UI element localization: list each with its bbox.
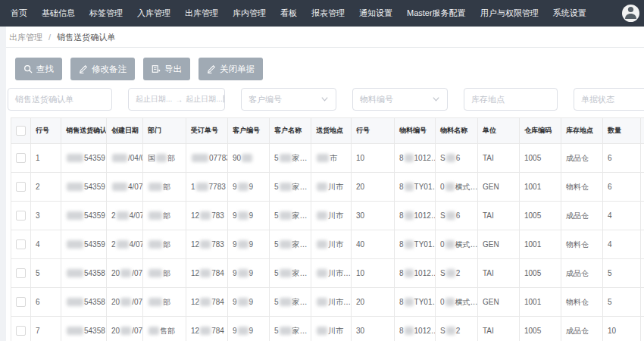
toolbar-button-1[interactable]: 查找 <box>15 58 62 80</box>
redacted-blur <box>280 269 292 277</box>
cell: 90 <box>228 144 270 173</box>
nav-item-3[interactable]: 标签管理 <box>89 8 123 19</box>
cell: 24/07 … <box>107 230 143 259</box>
nav-item-9[interactable]: 通知设置 <box>359 8 392 19</box>
toolbar-button-4[interactable]: 关闭单据 <box>199 58 263 80</box>
cell: 4 <box>31 230 61 259</box>
cell: 1005 <box>520 259 561 288</box>
redacted-blur <box>238 240 249 249</box>
column-header-12: 单位 <box>478 118 520 144</box>
toolbar-button-label: 查找 <box>36 64 54 75</box>
redacted-blur <box>317 298 327 306</box>
nav-item-2[interactable]: 基础信息 <box>42 8 75 19</box>
row-checkbox[interactable] <box>16 211 26 221</box>
redacted-blur <box>148 240 162 249</box>
select-all-header <box>11 118 31 144</box>
cell: 1001 <box>520 173 561 202</box>
redacted-blur <box>280 154 292 162</box>
table-row: 2543594/07 …部17783995家…川市208TY01…0横式…GEN… <box>11 173 644 202</box>
cell: 20/07 … <box>107 259 143 288</box>
redacted-blur <box>120 269 131 277</box>
row-checkbox[interactable] <box>16 153 26 163</box>
redacted-blur <box>200 269 211 277</box>
select-all-checkbox[interactable] <box>16 126 26 136</box>
cell: 成品仓 <box>561 317 603 341</box>
redacted-blur <box>445 183 455 191</box>
table-body: 154359/04/07 …国部07783905家…市1081012…S6TAI… <box>11 144 644 341</box>
cell: 54358 <box>61 259 107 288</box>
row-checkbox[interactable] <box>16 297 26 307</box>
row-select-cell <box>11 288 31 317</box>
redacted-blur <box>242 154 252 162</box>
breadcrumb-parent[interactable]: 出库管理 <box>9 33 42 42</box>
filter-placeholder: 客户编号 <box>249 94 320 105</box>
cell: 20/07 … <box>107 288 143 317</box>
nav-item-5[interactable]: 出库管理 <box>185 8 218 19</box>
redacted-blur <box>280 327 292 335</box>
column-header-7: 客户名称 <box>270 118 311 144</box>
customer-no-filter[interactable]: 客户编号 <box>241 88 336 111</box>
redacted-blur <box>67 154 83 162</box>
cell: 99 <box>228 288 270 317</box>
edit-icon <box>207 64 216 74</box>
user-avatar[interactable] <box>622 5 639 22</box>
cell: 0横式… <box>436 230 478 259</box>
doc-status-filter[interactable]: 单据状态 <box>574 88 644 111</box>
toolbar-button-2[interactable]: 修改备注 <box>70 58 135 80</box>
cell: 12784 <box>186 317 228 341</box>
cell: 10 <box>352 259 395 288</box>
search-icon <box>23 64 33 74</box>
confirm-no-filter[interactable]: 销售送货确认单 <box>8 88 112 111</box>
cell: 4 <box>603 202 641 230</box>
date-range-filter[interactable]: 起止日期...→起止日期... <box>128 88 225 111</box>
cell: 2 <box>31 173 61 202</box>
row-checkbox[interactable] <box>16 182 26 192</box>
cell: 07783 <box>186 144 228 173</box>
cell: 54358 <box>61 317 107 341</box>
redacted-blur <box>280 183 292 191</box>
nav-item-10[interactable]: Master服务配置 <box>407 8 466 19</box>
cell: 10 <box>603 317 641 341</box>
row-checkbox[interactable] <box>16 268 26 278</box>
cell: 12783 <box>186 230 228 259</box>
redacted-blur <box>148 183 162 191</box>
redacted-blur <box>67 298 83 306</box>
stock-location-filter[interactable]: 库存地点 <box>464 88 558 111</box>
material-no-filter[interactable]: 物料编号 <box>352 88 448 111</box>
redacted-blur <box>405 183 414 191</box>
row-checkbox[interactable] <box>16 326 26 336</box>
nav-item-11[interactable]: 用户与权限管理 <box>480 8 539 19</box>
redacted-blur <box>280 298 292 306</box>
cell: 0横式… <box>436 288 478 317</box>
cell: 川市… <box>311 288 352 317</box>
nav-item-6[interactable]: 库内管理 <box>233 8 266 19</box>
table-row: 154359/04/07 …国部07783905家…市1081012…S6TAI… <box>11 144 644 173</box>
nav-item-8[interactable]: 报表管理 <box>311 8 345 19</box>
cell-spacer <box>641 259 644 288</box>
cell: 川市… <box>311 259 352 288</box>
redacted-blur <box>317 154 329 162</box>
toolbar-button-3[interactable]: 导出 <box>143 58 190 80</box>
redacted-blur <box>148 211 162 220</box>
cell: S2 <box>436 259 478 288</box>
cell: 4 <box>603 230 641 259</box>
cell: 54358 <box>61 288 107 317</box>
nav-item-7[interactable]: 看板 <box>280 8 297 19</box>
cell: 5家… <box>270 144 311 173</box>
nav-item-12[interactable]: 系统设置 <box>553 8 586 19</box>
cell-spacer <box>641 173 644 202</box>
cell: 1005 <box>520 202 561 230</box>
cell-spacer <box>641 230 644 259</box>
cell: 4/07 … <box>107 173 143 202</box>
chevron-down-icon <box>320 95 329 105</box>
redacted-blur <box>317 240 327 249</box>
redacted-blur <box>67 211 83 220</box>
row-checkbox[interactable] <box>16 239 26 249</box>
user-icon <box>622 5 639 22</box>
nav-item-4[interactable]: 入库管理 <box>137 8 170 19</box>
cell: 6 <box>603 144 641 173</box>
cell: 8TY01… <box>395 173 436 202</box>
nav-item-1[interactable]: 首页 <box>11 8 27 19</box>
redacted-blur <box>446 154 455 162</box>
cell: 30 <box>352 317 395 341</box>
